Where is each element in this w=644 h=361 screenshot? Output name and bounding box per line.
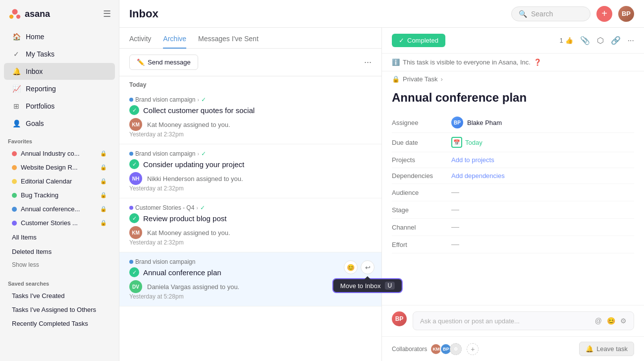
emoji-icon[interactable]: 😊 [607,317,615,325]
assignee-value[interactable]: BP Blake Pham [451,117,502,128]
sidebar-item-inbox[interactable]: 🔔 Inbox [4,63,115,80]
item-title-2: ✓ Consider updating your project [129,159,372,169]
link-icon[interactable]: 🔗 [611,36,621,45]
sidebar-item-home[interactable]: 🏠 Home [4,28,115,45]
inbox-item-2[interactable]: Brand vision campaign › ✓ ✓ Consider upd… [119,144,381,198]
more-icon[interactable]: ··· [628,36,634,45]
inbox-item-1[interactable]: Brand vision campaign › ✓ ✓ Collect cust… [119,90,381,144]
saved-search-1[interactable]: Tasks I've Assigned to Others [4,303,115,316]
more-options-icon[interactable]: ··· [364,57,372,67]
sidebar-item-reporting[interactable]: 📈 Reporting [4,80,115,97]
due-date-value[interactable]: 📅 Today [451,137,483,148]
fav-dot-2 [12,179,17,184]
assignee-1: Kat Mooney [147,121,181,128]
breadcrumb-text-1: Brand vision campaign [135,96,195,103]
avatar-initials: BP [618,6,634,22]
detail-toolbar-actions: 1 👍 📎 ⬡ 🔗 ··· [559,36,634,45]
favorite-item-2[interactable]: Editorial Calendar 🔒 [4,175,115,188]
avatar-img-2: NH [129,172,142,185]
verified-icon-1: ✓ [201,96,206,103]
send-message-button[interactable]: ✏️ Send message [129,55,198,70]
detail-fields: Assignee BP Blake Pham Due date 📅 Today … [382,113,644,305]
item-time-4: Yesterday at 5:28pm [129,293,372,300]
bell-icon: 🔔 [12,67,21,76]
field-due-date: Due date 📅 Today [392,133,634,152]
like-button[interactable]: 1 👍 [559,37,573,44]
tab-archive[interactable]: Archive [163,28,186,49]
reaction-button[interactable]: 😊 [344,260,358,274]
chevron-icon-3: › [196,205,198,211]
field-projects: Projects Add to projects [392,152,634,168]
grid-icon: ⊞ [12,102,21,111]
comment-area: BP Ask a question or post an update... @… [382,305,644,336]
completed-badge[interactable]: ✓ Completed [392,34,445,47]
breadcrumb-text-4: Brand vision campaign [135,258,195,265]
user-avatar[interactable]: BP [618,6,634,22]
search-box[interactable]: 🔍 Search [511,6,590,21]
sidebar-toggle-icon[interactable]: ☰ [103,8,111,19]
lock-icon-2: 🔒 [100,178,107,184]
lock-icon-0: 🔒 [100,150,107,157]
breadcrumb-text-3: Customer Stories - Q4 [135,204,194,211]
sidebar-item-my-tasks-label: My Tasks [26,50,54,58]
subtask-icon[interactable]: ⬡ [597,36,604,45]
field-channel: Channel — [392,219,634,236]
attachment-icon[interactable]: 📎 [580,36,590,45]
avatar-img-1: KM [129,118,142,131]
home-icon: 🏠 [12,32,21,41]
at-icon[interactable]: @ [595,317,602,325]
item-name-1: Collect customer quotes for social [143,106,255,115]
settings-icon[interactable]: ⚙ [620,317,627,325]
add-button[interactable]: + [596,6,612,22]
assignee-2: Nikki Henderson [147,175,194,182]
lock-icon-1: 🔒 [100,164,107,171]
like-count: 1 [559,37,563,44]
saved-search-2[interactable]: Recently Completed Tasks [4,317,115,330]
dependencies-value[interactable]: Add dependencies [451,172,505,180]
sidebar-item-portfolios-label: Portfolios [26,102,54,110]
assigned-text-2: assigned to you. [196,175,243,182]
deleted-items-link[interactable]: Deleted Items [4,245,115,258]
collab-avatar-settings[interactable]: ⚙ [450,343,462,355]
help-icon[interactable]: ❓ [534,59,541,66]
move-to-inbox-button[interactable]: ↩ [361,260,375,274]
channel-value: — [451,223,459,232]
field-stage: Stage — [392,201,634,219]
private-task-row[interactable]: 🔒 Private Task › [382,71,644,87]
all-items-link[interactable]: All Items [4,231,115,244]
info-icon: ℹ️ [392,59,400,66]
tab-messages[interactable]: Messages I've Sent [198,28,259,49]
sidebar-item-goals[interactable]: 👤 Goals [4,115,115,132]
lock-icon-4: 🔒 [100,206,107,212]
asana-logo[interactable]: asana [8,7,50,21]
breadcrumb-text-2: Brand vision campaign [135,150,195,157]
show-less-btn[interactable]: Show less [4,259,115,270]
add-collaborator-button[interactable]: + [467,343,479,355]
sidebar-item-home-label: Home [26,33,44,41]
leave-task-button[interactable]: 🔔 Leave task [579,342,634,356]
tab-activity[interactable]: Activity [129,28,151,49]
fav-label-0: Annual Industry co... [21,150,90,157]
favorite-item-4[interactable]: Annual conference... 🔒 [4,202,115,216]
chart-icon: 📈 [12,84,21,93]
favorite-item-0[interactable]: Annual Industry co... 🔒 [4,147,115,160]
projects-value[interactable]: Add to projects [451,156,494,164]
item-meta-text-4: Daniela Vargas assigned to you. [147,283,239,291]
checkmark-3: ✓ [129,213,139,223]
favorite-item-5[interactable]: Customer Stories ... 🔒 [4,216,115,230]
favorite-item-3[interactable]: Bug Tracking 🔒 [4,188,115,202]
sidebar: asana ☰ 🏠 Home ✓ My Tasks 🔔 Inbox 📈 Repo… [0,0,119,361]
inbox-tabs: Activity Archive Messages I've Sent [119,28,381,49]
inbox-item-4[interactable]: Brand vision campaign ✓ Annual conferenc… [119,252,381,306]
svg-point-0 [12,9,17,14]
saved-search-0[interactable]: Tasks I've Created [4,289,115,302]
sidebar-item-portfolios[interactable]: ⊞ Portfolios [4,98,115,115]
favorite-item-1[interactable]: Website Design R... 🔒 [4,161,115,174]
tooltip-shortcut: U [384,282,395,290]
comment-input-box[interactable]: Ask a question or post an update... @ 😊 … [413,311,634,330]
due-date-text: Today [465,139,483,146]
avatar-img-4: DV [129,280,142,293]
due-date-label: Due date [392,139,451,146]
sidebar-item-my-tasks[interactable]: ✓ My Tasks [4,46,115,62]
inbox-item-3[interactable]: Customer Stories - Q4 › ✓ ✓ Review produ… [119,198,381,252]
